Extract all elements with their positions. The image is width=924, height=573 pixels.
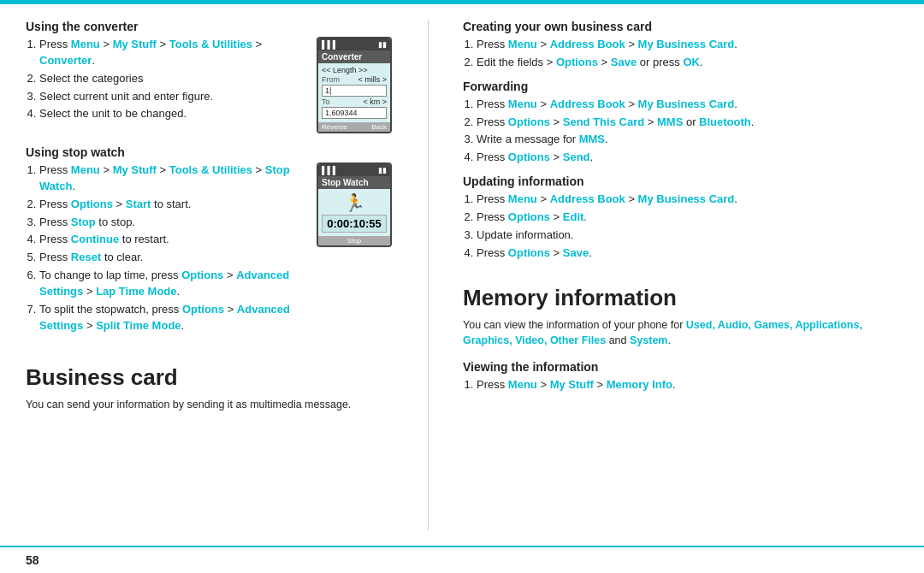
addressbook-link: Address Book bbox=[550, 192, 625, 205]
forwarding-list: Press Menu > Address Book > My Business … bbox=[477, 97, 898, 166]
viewing-section: Viewing the information Press Menu > My … bbox=[463, 360, 898, 397]
sendcard-link: Send This Card bbox=[563, 115, 644, 128]
list-item: Select current unit and enter figure. bbox=[39, 89, 303, 105]
from-label: From bbox=[322, 75, 340, 84]
from-unit: < mills > bbox=[358, 75, 387, 84]
back-btn: Back bbox=[371, 123, 387, 131]
tools-link: Tools & Utilities bbox=[169, 38, 252, 50]
list-item: Press Options > Start to start. bbox=[39, 197, 303, 213]
phone-status-bar: ▌▌▌ ▮▮ bbox=[318, 38, 390, 50]
phone-app-title: Stop Watch bbox=[318, 176, 390, 189]
list-item: To change to lap time, press Options > A… bbox=[39, 268, 303, 300]
signal-icon: ▌▌▌ bbox=[322, 40, 338, 49]
battery-icon: ▮▮ bbox=[378, 40, 387, 49]
business-card-section: Business card You can send your informat… bbox=[26, 356, 394, 418]
list-item: Update information. bbox=[477, 227, 898, 244]
list-item: Select the unit to be changed. bbox=[39, 106, 303, 122]
list-item: Press Menu > Address Book > My Business … bbox=[477, 192, 898, 208]
start-link: Start bbox=[126, 198, 151, 210]
list-item: Press Menu > My Stuff > Tools & Utilitie… bbox=[39, 37, 303, 69]
send-link: Send bbox=[563, 151, 590, 163]
phone-input-row: 1| bbox=[322, 85, 387, 97]
creating-section: Creating your own business card Press Me… bbox=[463, 20, 898, 74]
creating-list: Press Menu > Address Book > My Business … bbox=[477, 37, 898, 71]
viewing-list: Press Menu > My Stuff > Memory Info. bbox=[477, 377, 898, 393]
right-column: Creating your own business card Press Me… bbox=[463, 20, 898, 530]
stop-btn: Stop bbox=[347, 237, 361, 245]
to-label: To bbox=[322, 97, 330, 106]
runner-icon: 🏃 bbox=[322, 192, 387, 213]
converter-screen: ▌▌▌ ▮▮ Converter << Length >> From bbox=[317, 37, 392, 133]
menu-link: Menu bbox=[508, 378, 537, 391]
ok-link: OK bbox=[683, 56, 700, 68]
phone-body: 🏃 0:00:10:55 bbox=[318, 189, 390, 236]
converter-link: Converter bbox=[39, 54, 92, 67]
converter-content: Press Menu > My Stuff > Tools & Utilitie… bbox=[26, 37, 394, 133]
memoryinfo-link: Memory Info bbox=[607, 378, 672, 391]
stopwatch-title: Using stop watch bbox=[26, 145, 394, 159]
page-number: 58 bbox=[26, 553, 39, 567]
creating-title: Creating your own business card bbox=[463, 20, 898, 33]
options-link: Options bbox=[508, 246, 550, 259]
memory-section: Memory information You can view the info… bbox=[463, 276, 898, 354]
business-card-desc: You can send your information by sending… bbox=[26, 397, 394, 412]
business-card-title: Business card bbox=[26, 364, 394, 391]
battery-icon: ▮▮ bbox=[378, 166, 387, 174]
list-item: Press Menu > Address Book > My Business … bbox=[477, 37, 898, 53]
stopwatch-screen: ▌▌▌ ▮▮ Stop Watch 🏃 0:00:10:55 Stop bbox=[317, 162, 392, 247]
phone-length-row: << Length >> bbox=[322, 66, 387, 74]
continue-link: Continue bbox=[71, 233, 119, 245]
converter-list: Press Menu > My Stuff > Tools & Utilitie… bbox=[39, 37, 303, 122]
list-item: Select the categories bbox=[39, 71, 303, 87]
mybizcard-link: My Business Card bbox=[638, 192, 735, 205]
input-value: 1| bbox=[322, 85, 387, 97]
converter-title: Using the converter bbox=[26, 20, 394, 33]
list-item: Write a message for MMS. bbox=[477, 132, 898, 148]
list-item: Press Menu > My Stuff > Tools & Utilitie… bbox=[39, 162, 303, 195]
time-display: 0:00:10:55 bbox=[322, 215, 387, 233]
mybizcard-link: My Business Card bbox=[638, 38, 735, 50]
length-label: << Length >> bbox=[322, 66, 368, 74]
list-item: Press Options > Save. bbox=[477, 245, 898, 262]
options-link: Options bbox=[556, 56, 598, 68]
phone-footer: Stop bbox=[318, 236, 390, 245]
lap-time-link: Lap Time Mode bbox=[96, 285, 176, 298]
menu-link: Menu bbox=[508, 97, 537, 110]
save-link: Save bbox=[611, 56, 637, 68]
list-item: To split the stopwatch, press Options > … bbox=[39, 302, 303, 334]
stopwatch-steps: Press Menu > My Stuff > Tools & Utilitie… bbox=[26, 162, 303, 337]
tools-link: Tools & Utilities bbox=[169, 163, 252, 176]
list-item: Press Menu > Address Book > My Business … bbox=[477, 97, 898, 113]
menu-link: Menu bbox=[71, 38, 100, 50]
list-item: Press Stop to stop. bbox=[39, 215, 303, 231]
phone-status-bar: ▌▌▌ ▮▮ bbox=[318, 164, 390, 176]
list-item: Press Options > Send. bbox=[477, 150, 898, 166]
list-item: Press Menu > My Stuff > Memory Info. bbox=[477, 377, 898, 393]
list-item: Press Options > Send This Card > MMS or … bbox=[477, 115, 898, 131]
list-item: Press Options > Edit. bbox=[477, 210, 898, 226]
viewing-title: Viewing the information bbox=[463, 360, 898, 374]
options-link: Options bbox=[508, 210, 550, 223]
content: Using the converter Press Menu > My Stuf… bbox=[0, 4, 924, 546]
options-link: Options bbox=[182, 303, 224, 316]
forwarding-section: Forwarding Press Menu > Address Book > M… bbox=[463, 80, 898, 169]
converter-section: Using the converter Press Menu > My Stuf… bbox=[26, 20, 394, 140]
signal-icon: ▌▌▌ bbox=[322, 166, 338, 174]
list-item: Edit the fields > Options > Save or pres… bbox=[477, 55, 898, 71]
split-time-link: Split Time Mode bbox=[96, 319, 181, 332]
stop-link: Stop bbox=[71, 216, 96, 228]
mybizcard-link: My Business Card bbox=[638, 97, 735, 110]
stopwatch-content: Press Menu > My Stuff > Tools & Utilitie… bbox=[26, 162, 394, 337]
save-link: Save bbox=[563, 246, 589, 259]
updating-title: Updating information bbox=[463, 174, 898, 188]
stopwatch-list: Press Menu > My Stuff > Tools & Utilitie… bbox=[39, 162, 303, 334]
options-link: Options bbox=[508, 115, 550, 128]
reverse-btn: Reverse bbox=[322, 123, 347, 131]
system-link: System bbox=[630, 334, 667, 346]
menu-link: Menu bbox=[508, 192, 537, 205]
list-item: Press Continue to restart. bbox=[39, 232, 303, 248]
phone-app-title: Converter bbox=[318, 50, 390, 63]
addressbook-link: Address Book bbox=[550, 38, 625, 50]
phone-result-row: 1.609344 bbox=[322, 107, 387, 119]
memory-title: Memory information bbox=[463, 285, 898, 311]
